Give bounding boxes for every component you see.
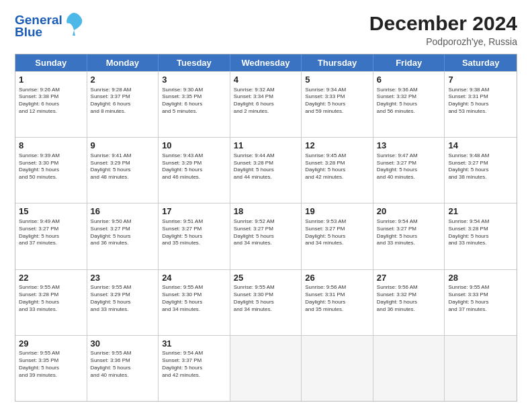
day-number: 24 bbox=[162, 272, 227, 284]
day-number: 3 bbox=[162, 74, 227, 86]
cell-info: Sunrise: 9:51 AM Sunset: 3:27 PM Dayligh… bbox=[162, 218, 227, 247]
cal-cell: 24Sunrise: 9:55 AM Sunset: 3:30 PM Dayli… bbox=[159, 270, 230, 335]
logo: General Blue bbox=[15, 12, 83, 39]
cal-cell: 18Sunrise: 9:52 AM Sunset: 3:27 PM Dayli… bbox=[230, 203, 302, 269]
cal-cell: 6Sunrise: 9:36 AM Sunset: 3:32 PM Daylig… bbox=[373, 72, 445, 137]
cal-row-2: 8Sunrise: 9:39 AM Sunset: 3:30 PM Daylig… bbox=[15, 137, 517, 203]
cell-info: Sunrise: 9:55 AM Sunset: 3:30 PM Dayligh… bbox=[162, 284, 227, 313]
cell-info: Sunrise: 9:39 AM Sunset: 3:30 PM Dayligh… bbox=[19, 152, 84, 181]
cell-info: Sunrise: 9:49 AM Sunset: 3:27 PM Dayligh… bbox=[19, 218, 84, 247]
cell-info: Sunrise: 9:54 AM Sunset: 3:27 PM Dayligh… bbox=[377, 218, 442, 247]
logo-blue: Blue bbox=[15, 26, 62, 39]
cal-row-4: 22Sunrise: 9:55 AM Sunset: 3:28 PM Dayli… bbox=[15, 269, 517, 335]
cal-cell: 1Sunrise: 9:26 AM Sunset: 3:38 PM Daylig… bbox=[15, 72, 87, 137]
cal-cell: 10Sunrise: 9:43 AM Sunset: 3:29 PM Dayli… bbox=[159, 138, 230, 203]
cell-info: Sunrise: 9:47 AM Sunset: 3:27 PM Dayligh… bbox=[377, 152, 442, 181]
cal-header-friday: Friday bbox=[373, 54, 445, 71]
cell-info: Sunrise: 9:43 AM Sunset: 3:29 PM Dayligh… bbox=[162, 152, 227, 181]
day-number: 6 bbox=[377, 74, 442, 86]
cell-info: Sunrise: 9:28 AM Sunset: 3:37 PM Dayligh… bbox=[91, 87, 156, 116]
header: General Blue December 2024 Podporozh'ye,… bbox=[15, 12, 517, 47]
cal-cell: 13Sunrise: 9:47 AM Sunset: 3:27 PM Dayli… bbox=[373, 138, 445, 203]
cal-cell bbox=[230, 336, 302, 401]
cal-header-tuesday: Tuesday bbox=[159, 54, 230, 71]
cell-info: Sunrise: 9:38 AM Sunset: 3:31 PM Dayligh… bbox=[448, 87, 514, 116]
cal-cell: 27Sunrise: 9:56 AM Sunset: 3:32 PM Dayli… bbox=[373, 270, 445, 335]
cell-info: Sunrise: 9:44 AM Sunset: 3:28 PM Dayligh… bbox=[234, 152, 299, 181]
cell-info: Sunrise: 9:55 AM Sunset: 3:30 PM Dayligh… bbox=[234, 284, 299, 313]
cal-cell: 7Sunrise: 9:38 AM Sunset: 3:31 PM Daylig… bbox=[445, 72, 517, 137]
day-number: 10 bbox=[162, 140, 227, 152]
day-number: 16 bbox=[91, 205, 156, 218]
day-number: 1 bbox=[19, 74, 84, 86]
cal-header-wednesday: Wednesday bbox=[230, 54, 302, 71]
day-number: 11 bbox=[234, 140, 299, 152]
cal-cell bbox=[302, 336, 373, 401]
cal-header-thursday: Thursday bbox=[302, 54, 373, 71]
day-number: 4 bbox=[234, 74, 299, 86]
cal-cell: 4Sunrise: 9:32 AM Sunset: 3:34 PM Daylig… bbox=[230, 72, 302, 137]
calendar-body: 1Sunrise: 9:26 AM Sunset: 3:38 PM Daylig… bbox=[15, 71, 517, 401]
cal-cell: 5Sunrise: 9:34 AM Sunset: 3:33 PM Daylig… bbox=[302, 72, 373, 137]
cell-info: Sunrise: 9:54 AM Sunset: 3:28 PM Dayligh… bbox=[448, 218, 514, 247]
day-number: 26 bbox=[305, 272, 370, 284]
day-number: 30 bbox=[91, 338, 156, 350]
cell-info: Sunrise: 9:55 AM Sunset: 3:33 PM Dayligh… bbox=[448, 284, 514, 313]
cell-info: Sunrise: 9:56 AM Sunset: 3:31 PM Dayligh… bbox=[305, 284, 370, 313]
cal-cell: 11Sunrise: 9:44 AM Sunset: 3:28 PM Dayli… bbox=[230, 138, 302, 203]
day-number: 21 bbox=[448, 205, 514, 218]
day-number: 7 bbox=[448, 74, 514, 86]
cal-cell: 14Sunrise: 9:48 AM Sunset: 3:27 PM Dayli… bbox=[445, 138, 517, 203]
cal-cell: 30Sunrise: 9:55 AM Sunset: 3:36 PM Dayli… bbox=[87, 336, 159, 401]
day-number: 17 bbox=[162, 205, 227, 218]
day-number: 2 bbox=[91, 74, 156, 86]
day-number: 18 bbox=[234, 205, 299, 218]
cell-info: Sunrise: 9:52 AM Sunset: 3:27 PM Dayligh… bbox=[234, 218, 299, 247]
day-number: 5 bbox=[305, 74, 370, 86]
cal-header-sunday: Sunday bbox=[15, 54, 87, 71]
day-number: 9 bbox=[91, 140, 156, 152]
cell-info: Sunrise: 9:55 AM Sunset: 3:36 PM Dayligh… bbox=[91, 350, 156, 379]
cell-info: Sunrise: 9:26 AM Sunset: 3:38 PM Dayligh… bbox=[19, 87, 84, 116]
cell-info: Sunrise: 9:45 AM Sunset: 3:28 PM Dayligh… bbox=[305, 152, 370, 181]
cell-info: Sunrise: 9:48 AM Sunset: 3:27 PM Dayligh… bbox=[448, 152, 514, 181]
day-number: 22 bbox=[19, 272, 84, 284]
day-number: 28 bbox=[448, 272, 514, 284]
cell-info: Sunrise: 9:50 AM Sunset: 3:27 PM Dayligh… bbox=[91, 218, 156, 247]
cell-info: Sunrise: 9:34 AM Sunset: 3:33 PM Dayligh… bbox=[305, 87, 370, 116]
cell-info: Sunrise: 9:36 AM Sunset: 3:32 PM Dayligh… bbox=[377, 87, 442, 116]
cal-cell: 15Sunrise: 9:49 AM Sunset: 3:27 PM Dayli… bbox=[15, 203, 87, 269]
calendar: SundayMondayTuesdayWednesdayThursdayFrid… bbox=[15, 54, 517, 402]
cal-row-5: 29Sunrise: 9:55 AM Sunset: 3:35 PM Dayli… bbox=[15, 335, 517, 401]
cal-cell bbox=[373, 336, 445, 401]
cell-info: Sunrise: 9:41 AM Sunset: 3:29 PM Dayligh… bbox=[91, 152, 156, 181]
cell-info: Sunrise: 9:55 AM Sunset: 3:28 PM Dayligh… bbox=[19, 284, 84, 313]
cell-info: Sunrise: 9:55 AM Sunset: 3:35 PM Dayligh… bbox=[19, 350, 84, 379]
day-number: 19 bbox=[305, 205, 370, 218]
location-subtitle: Podporozh'ye, Russia bbox=[369, 36, 517, 47]
cell-info: Sunrise: 9:54 AM Sunset: 3:37 PM Dayligh… bbox=[162, 350, 227, 379]
cal-cell: 2Sunrise: 9:28 AM Sunset: 3:37 PM Daylig… bbox=[87, 72, 159, 137]
cell-info: Sunrise: 9:56 AM Sunset: 3:32 PM Dayligh… bbox=[377, 284, 442, 313]
cal-cell: 12Sunrise: 9:45 AM Sunset: 3:28 PM Dayli… bbox=[302, 138, 373, 203]
day-number: 31 bbox=[162, 338, 227, 350]
title-area: December 2024 Podporozh'ye, Russia bbox=[369, 12, 517, 47]
cal-row-3: 15Sunrise: 9:49 AM Sunset: 3:27 PM Dayli… bbox=[15, 203, 517, 269]
day-number: 29 bbox=[19, 338, 84, 350]
cal-cell: 31Sunrise: 9:54 AM Sunset: 3:37 PM Dayli… bbox=[159, 336, 230, 401]
cell-info: Sunrise: 9:30 AM Sunset: 3:35 PM Dayligh… bbox=[162, 87, 227, 116]
cal-cell: 25Sunrise: 9:55 AM Sunset: 3:30 PM Dayli… bbox=[230, 270, 302, 335]
cal-cell: 23Sunrise: 9:55 AM Sunset: 3:29 PM Dayli… bbox=[87, 270, 159, 335]
cal-row-1: 1Sunrise: 9:26 AM Sunset: 3:38 PM Daylig… bbox=[15, 71, 517, 137]
day-number: 8 bbox=[19, 140, 84, 152]
cal-cell: 28Sunrise: 9:55 AM Sunset: 3:33 PM Dayli… bbox=[445, 270, 517, 335]
cal-cell: 20Sunrise: 9:54 AM Sunset: 3:27 PM Dayli… bbox=[373, 203, 445, 269]
cell-info: Sunrise: 9:32 AM Sunset: 3:34 PM Dayligh… bbox=[234, 87, 299, 116]
cal-cell: 26Sunrise: 9:56 AM Sunset: 3:31 PM Dayli… bbox=[302, 270, 373, 335]
month-title: December 2024 bbox=[369, 12, 517, 35]
day-number: 13 bbox=[377, 140, 442, 152]
day-number: 23 bbox=[91, 272, 156, 284]
day-number: 27 bbox=[377, 272, 442, 284]
cal-cell: 22Sunrise: 9:55 AM Sunset: 3:28 PM Dayli… bbox=[15, 270, 87, 335]
cal-cell: 16Sunrise: 9:50 AM Sunset: 3:27 PM Dayli… bbox=[87, 203, 159, 269]
